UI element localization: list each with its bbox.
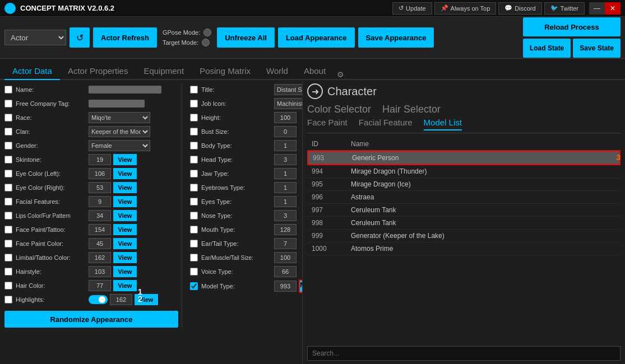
eye-right-checkbox[interactable] [4,184,12,192]
discord-button[interactable]: 💬 Discord [498,2,541,15]
face-paint-checkbox[interactable] [4,226,12,234]
face-paint-view-button[interactable]: View [113,224,137,235]
save-appearance-button[interactable]: Save Appearance [358,27,434,48]
actor-select[interactable]: Actor [4,30,66,45]
hairstyle-input[interactable] [89,266,111,277]
facial-checkbox[interactable] [4,198,12,206]
model-type-checkbox[interactable] [190,282,198,290]
load-appearance-button[interactable]: Load Appearance [278,27,355,48]
model-list-button[interactable]: Model List [299,279,303,293]
highlights-checkbox[interactable] [4,296,12,304]
ear-muscle-checkbox[interactable] [190,254,198,262]
jaw-type-checkbox[interactable] [190,170,198,178]
nose-type-input[interactable] [274,210,297,221]
reload-process-button[interactable]: Reload Process [523,17,621,36]
update-button[interactable]: ↺ Update [392,2,432,15]
hair-color-checkbox[interactable] [4,282,12,290]
search-input[interactable] [307,346,621,361]
save-state-button[interactable]: Save State [573,39,621,58]
bust-checkbox[interactable] [190,128,198,136]
minimize-button[interactable]: — [589,2,605,15]
model-row[interactable]: 1000 Atomos Prime [307,242,621,255]
model-row[interactable]: 997 Ceruleum Tank [307,204,621,217]
eye-left-view-button[interactable]: View [113,168,137,179]
job-icon-checkbox[interactable] [190,100,198,108]
refresh-icon-button[interactable]: ↺ [70,27,90,48]
face-paint-color-checkbox[interactable] [4,240,12,248]
body-type-input[interactable] [274,140,297,151]
eye-left-input[interactable] [89,168,111,179]
ear-muscle-input[interactable] [274,252,297,263]
tab-posing-matrix[interactable]: Posing Matrix [192,63,258,80]
limbal-checkbox[interactable] [4,254,12,262]
free-company-checkbox[interactable] [4,100,12,108]
nose-type-checkbox[interactable] [190,212,198,220]
title-select[interactable]: Distant Stargazer [274,84,303,95]
mouth-type-checkbox[interactable] [190,226,198,234]
load-state-button[interactable]: Load State [523,39,571,58]
hairstyle-checkbox[interactable] [4,268,12,276]
voice-type-checkbox[interactable] [190,268,198,276]
voice-type-input[interactable] [274,266,297,277]
unfreeze-all-button[interactable]: Unfreeze All [217,27,275,48]
model-row[interactable]: 998 Ceruleum Tank [307,217,621,230]
lips-view-button[interactable]: View [113,210,137,221]
face-paint-color-input[interactable] [89,238,111,249]
facial-view-button[interactable]: View [113,196,137,207]
height-checkbox[interactable] [190,114,198,122]
tab-world[interactable]: World [258,63,296,80]
settings-icon[interactable]: ⚙ [337,70,344,79]
hair-color-input[interactable] [89,280,111,291]
hair-color-view-button[interactable]: View [113,280,137,291]
highlights-input[interactable] [110,294,132,305]
eyes-type-checkbox[interactable] [190,198,198,206]
face-paint-color-view-button[interactable]: View [113,238,137,249]
highlights-toggle[interactable] [89,295,108,304]
ear-tail-checkbox[interactable] [190,240,198,248]
actor-refresh-button[interactable]: Actor Refresh [93,27,157,48]
close-button[interactable]: ✕ [605,2,621,15]
eye-right-input[interactable] [89,182,111,193]
gender-select[interactable]: Female [89,140,150,151]
job-icon-select[interactable]: Machinist [274,98,303,109]
tab-equipment[interactable]: Equipment [136,63,192,80]
eyebrows-input[interactable] [274,182,297,193]
tab-about[interactable]: About [296,63,334,80]
facial-input[interactable] [89,196,111,207]
tab-actor-properties[interactable]: Actor Properties [60,63,136,80]
height-input[interactable] [274,112,297,123]
randomize-appearance-button[interactable]: Randomize Appearance [4,311,178,328]
twitter-button[interactable]: 🐦 Twitter [544,2,585,15]
always-on-top-button[interactable]: 📌 Always on Top [434,2,497,15]
clan-checkbox[interactable] [4,128,12,136]
hair-selector-label[interactable]: Hair Selector [382,104,441,115]
mouth-type-input[interactable] [274,224,297,235]
model-row[interactable]: 996 Astraea [307,191,621,204]
model-row[interactable]: 999 Generator (Keeper of the Lake) [307,230,621,242]
eye-right-view-button[interactable]: View [113,182,137,193]
char-arrow-icon[interactable]: ➜ [307,83,323,99]
head-type-checkbox[interactable] [190,156,198,164]
title-checkbox[interactable] [190,86,198,94]
lips-input[interactable] [89,210,111,221]
jaw-type-input[interactable] [274,168,297,179]
eyebrows-checkbox[interactable] [190,184,198,192]
skintone-input[interactable] [89,154,111,165]
limbal-view-button[interactable]: View [113,252,137,263]
model-row[interactable]: 995 Mirage Dragon (Ice) [307,178,621,191]
ear-tail-input[interactable] [274,238,297,249]
sub-tab-face-paint[interactable]: Face Paint [307,118,348,130]
limbal-input[interactable] [89,252,111,263]
eyes-type-input[interactable] [274,196,297,207]
bust-input[interactable] [274,126,297,137]
skintone-checkbox[interactable] [4,156,12,164]
face-paint-input[interactable] [89,224,111,235]
race-checkbox[interactable] [4,114,12,122]
model-row[interactable]: 994 Mirage Dragon (Thunder) [307,165,621,178]
color-selector-label[interactable]: Color Selector [307,104,371,115]
model-row[interactable]: 993 Generic Person 3 [307,151,621,165]
sub-tab-model-list[interactable]: Model List [424,118,462,130]
model-type-input[interactable] [274,281,297,292]
tab-actor-data[interactable]: Actor Data [4,63,60,80]
lips-checkbox[interactable] [4,212,12,220]
